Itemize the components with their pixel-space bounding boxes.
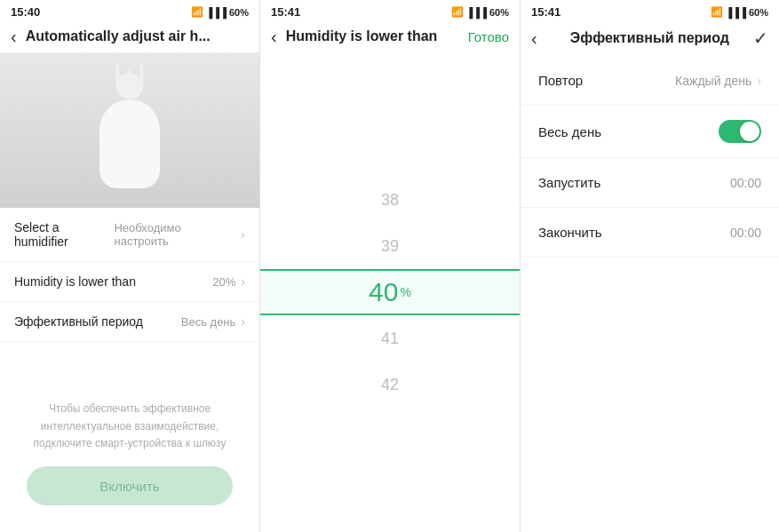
time-3: 15:41 bbox=[531, 5, 560, 19]
picker-item-42: 42 bbox=[260, 361, 520, 408]
back-button-3[interactable]: ‹ bbox=[531, 29, 537, 47]
row-label-start: Запустить bbox=[538, 175, 730, 190]
toggle-thumb bbox=[740, 122, 759, 141]
status-bar-2: 15:41 📶 ▐▐▐ 60% bbox=[260, 0, 520, 22]
battery-icon-2: 60% bbox=[489, 7, 509, 18]
row-label-repeat: Повтор bbox=[538, 73, 675, 88]
picker-item-41: 41 bbox=[260, 315, 520, 361]
footer-text: Чтобы обеспечить эффективное интеллектуа… bbox=[27, 401, 233, 452]
page-title-1: Automatically adjust air h... bbox=[26, 28, 249, 44]
battery-icon-1: 60% bbox=[229, 7, 249, 18]
humidifier-top bbox=[116, 73, 143, 99]
confirm-button[interactable]: ✓ bbox=[753, 28, 768, 49]
hero-image bbox=[0, 52, 259, 208]
settings-row-start[interactable]: Запустить 00:00 bbox=[521, 158, 779, 208]
menu-item-humidity[interactable]: Humidity is lower than 20% › bbox=[0, 262, 259, 302]
allday-toggle[interactable] bbox=[719, 120, 761, 143]
back-button-1[interactable]: ‹ bbox=[11, 28, 17, 45]
chevron-icon-period: › bbox=[241, 314, 245, 329]
chevron-icon-repeat: › bbox=[757, 74, 761, 88]
menu-item-period[interactable]: Эффективный период Весь день › bbox=[0, 302, 259, 342]
nav-bar-2: ‹ Humidity is lower than Готово bbox=[260, 22, 520, 52]
row-value-repeat: Каждый день bbox=[675, 74, 751, 88]
signal-icon-1: ▐▐▐ bbox=[206, 7, 227, 18]
picker-item-38: 38 bbox=[260, 177, 520, 223]
wifi-icon-1: 📶 bbox=[191, 6, 203, 18]
signal-icon-3: ▐▐▐ bbox=[726, 7, 746, 18]
time-2: 15:41 bbox=[271, 5, 300, 19]
nav-bar-3: ‹ Эффективный период ✓ bbox=[521, 22, 779, 56]
settings-row-repeat[interactable]: Повтор Каждый день › bbox=[521, 56, 779, 106]
menu-label-humidity: Humidity is lower than bbox=[14, 274, 136, 289]
row-time-end: 00:00 bbox=[730, 226, 761, 240]
row-time-start: 00:00 bbox=[730, 176, 761, 190]
humidity-picker[interactable]: 38 39 40% 41 42 bbox=[260, 52, 520, 532]
battery-icon-3: 60% bbox=[749, 7, 768, 18]
menu-value-humidifier: Необходимо настроить bbox=[114, 221, 235, 248]
picker-item-40-active: 40% bbox=[260, 269, 520, 315]
toggle-track bbox=[719, 120, 761, 143]
menu-value-humidity: 20% bbox=[212, 275, 235, 289]
back-button-2[interactable]: ‹ bbox=[271, 28, 277, 45]
row-label-allday: Весь день bbox=[538, 124, 719, 139]
status-icons-3: 📶 ▐▐▐ 60% bbox=[711, 6, 768, 18]
chevron-icon-humidity: › bbox=[241, 274, 245, 289]
nav-bar-1: ‹ Automatically adjust air h... bbox=[0, 22, 259, 52]
humidifier-illustration bbox=[94, 73, 165, 188]
page-title-2: Humidity is lower than bbox=[286, 28, 468, 44]
picker-item-39: 39 bbox=[260, 223, 520, 269]
status-bar-1: 15:40 📶 ▐▐▐ 60% bbox=[0, 0, 259, 22]
panel-1: 15:40 📶 ▐▐▐ 60% ‹ Automatically adjust a… bbox=[0, 0, 260, 532]
panel-2: 15:41 📶 ▐▐▐ 60% ‹ Humidity is lower than… bbox=[260, 0, 521, 532]
status-icons-2: 📶 ▐▐▐ 60% bbox=[451, 6, 509, 18]
status-bar-3: 15:41 📶 ▐▐▐ 60% bbox=[521, 0, 779, 22]
page-title-3: Эффективный период bbox=[546, 30, 753, 46]
panel-3: 15:41 📶 ▐▐▐ 60% ‹ Эффективный период ✓ П… bbox=[521, 0, 779, 532]
settings-row-end[interactable]: Закончить 00:00 bbox=[521, 208, 779, 258]
status-icons-1: 📶 ▐▐▐ 60% bbox=[191, 6, 249, 18]
menu-label-humidifier: Select a humidifier bbox=[14, 220, 114, 249]
wifi-icon-3: 📶 bbox=[711, 6, 723, 18]
humidifier-body bbox=[99, 99, 160, 188]
menu-item-humidifier[interactable]: Select a humidifier Необходимо настроить… bbox=[0, 208, 259, 262]
wifi-icon-2: 📶 bbox=[451, 6, 464, 18]
picker-items: 38 39 40% 41 42 bbox=[260, 177, 520, 408]
row-label-end: Закончить bbox=[538, 225, 730, 240]
chevron-icon-humidifier: › bbox=[241, 227, 245, 242]
enable-button[interactable]: Включить bbox=[27, 466, 233, 505]
done-button[interactable]: Готово bbox=[468, 29, 509, 44]
menu-label-period: Эффективный период bbox=[14, 314, 143, 329]
menu-value-period: Весь день bbox=[181, 315, 236, 329]
signal-icon-2: ▐▐▐ bbox=[466, 7, 487, 18]
settings-row-allday[interactable]: Весь день bbox=[521, 106, 779, 158]
footer-section: Чтобы обеспечить эффективное интеллектуа… bbox=[0, 383, 259, 532]
settings-list: Повтор Каждый день › Весь день Запустить… bbox=[521, 56, 779, 258]
time-1: 15:40 bbox=[11, 5, 40, 19]
picker-unit: % bbox=[400, 285, 410, 299]
